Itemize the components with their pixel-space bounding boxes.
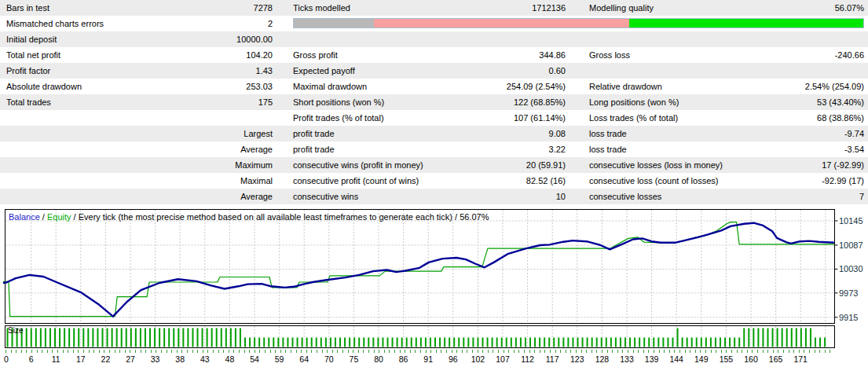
y-axis-label: 10030 xyxy=(839,264,868,273)
stat-value: 3.22 xyxy=(549,141,566,157)
stat-value: 9.08 xyxy=(549,126,566,141)
stat-pair-right: Long positions (won %)53 (43.40%) xyxy=(589,94,864,110)
x-axis-label: 171 xyxy=(793,354,808,364)
table-row: Bars in test7278Ticks modelled1712136Mod… xyxy=(0,0,868,16)
x-axis-label: 96 xyxy=(449,354,458,364)
table-row: Absolute drawdown253.03Maximal drawdown2… xyxy=(0,79,868,94)
stat-value: 104.20 xyxy=(174,47,273,63)
stat-pair-right: Relative drawdown2.54% (254.09) xyxy=(589,79,864,94)
stat-label: Relative drawdown xyxy=(589,79,662,94)
stat-value: 0.60 xyxy=(549,63,566,79)
spacer xyxy=(273,47,293,63)
stat-label xyxy=(0,157,174,173)
x-axis-label: 11 xyxy=(52,354,60,364)
stat-value: 1.43 xyxy=(174,63,273,79)
stat-label: Bars in test xyxy=(0,0,174,16)
y-axis-label: 9973 xyxy=(839,288,868,298)
x-axis: 0611172227333843485459647075808691961021… xyxy=(0,349,868,367)
x-axis-label: 48 xyxy=(225,354,235,364)
stat-pair-right: loss trade-3.54 xyxy=(589,141,864,157)
table-row: Averageconsecutive wins10consecutive los… xyxy=(0,189,868,204)
spacer xyxy=(566,110,589,126)
table-row: Maximumconsecutive wins (profit in money… xyxy=(0,157,868,173)
stat-label: consecutive profit (count of wins) xyxy=(293,173,419,189)
spacer xyxy=(566,157,589,173)
stat-label: consecutive wins xyxy=(293,189,358,204)
y-axis-label: 10145 xyxy=(839,216,868,226)
modelling-quality-bar xyxy=(293,18,864,28)
stat-label: Loss trades (% of total) xyxy=(589,110,678,126)
stat-pair-right xyxy=(589,31,864,47)
x-axis-label: 133 xyxy=(620,354,634,364)
equity-legend-label: Equity xyxy=(47,212,71,222)
stat-pair-mid: Maximal drawdown254.09 (2.54%) xyxy=(293,79,566,94)
x-axis-label: 91 xyxy=(423,354,433,364)
stat-pair-mid: consecutive wins (profit in money)20 (59… xyxy=(293,157,566,173)
x-axis-label: 165 xyxy=(769,354,783,364)
stat-label: consecutive loss (count of losses) xyxy=(589,173,718,189)
spacer xyxy=(566,79,589,94)
stat-value: Maximum xyxy=(174,157,273,173)
y-axis-label: 9915 xyxy=(839,313,868,322)
stat-pair-mid: Ticks modelled1712136 xyxy=(293,0,566,16)
spacer xyxy=(273,126,293,141)
size-panel-label: Size xyxy=(8,326,23,335)
spacer xyxy=(566,31,589,47)
stat-label: Maximal drawdown xyxy=(293,79,367,94)
stat-label xyxy=(0,110,174,126)
stat-label: Initial deposit xyxy=(0,31,174,47)
spacer xyxy=(566,173,589,189)
stat-value: Average xyxy=(174,141,273,157)
stat-label: Short positions (won %) xyxy=(293,94,384,110)
x-axis-label: 80 xyxy=(374,354,383,364)
stat-value: Largest xyxy=(174,126,273,141)
spacer xyxy=(566,63,589,79)
x-axis-label: 17 xyxy=(76,354,86,364)
x-axis-label: 0 xyxy=(4,354,9,364)
size-panel: Size xyxy=(0,325,868,349)
spacer xyxy=(273,157,293,173)
spacer xyxy=(273,189,293,204)
stat-value: -240.66 xyxy=(835,47,864,63)
stat-label: Absolute drawdown xyxy=(0,79,174,94)
stat-label: loss trade xyxy=(589,141,627,157)
x-axis-label: 43 xyxy=(200,354,210,364)
stat-label xyxy=(0,189,174,204)
quality-bar-segment-modelled xyxy=(629,19,863,28)
stat-value: -3.54 xyxy=(844,141,864,157)
table-row: Initial deposit10000.00 xyxy=(0,31,868,47)
x-axis-label: 59 xyxy=(275,354,284,364)
title-separator-2: / xyxy=(71,212,79,222)
stat-label: Gross profit xyxy=(293,47,338,63)
report-table: Bars in test7278Ticks modelled1712136Mod… xyxy=(0,0,868,204)
x-axis-label: 117 xyxy=(546,354,559,364)
stat-value: 2.54% (254.09) xyxy=(805,79,864,94)
spacer xyxy=(273,94,293,110)
x-axis-label: 27 xyxy=(126,354,135,364)
stat-value: 17 (-92.99) xyxy=(822,157,864,173)
balance-legend-label: Balance xyxy=(9,212,40,222)
spacer xyxy=(273,79,293,94)
y-axis-label: 10087 xyxy=(839,240,868,250)
stat-label: Expected payoff xyxy=(293,63,355,79)
stat-pair-mid: profit trade3.22 xyxy=(293,141,566,157)
stat-value: 10 xyxy=(556,189,566,204)
stat-label: Ticks modelled xyxy=(293,0,350,16)
stat-value: 254.09 (2.54%) xyxy=(507,79,566,94)
x-axis-label: 86 xyxy=(399,354,408,364)
x-axis-label: 155 xyxy=(720,354,734,364)
table-row: Profit trades (% of total)107 (61.14%)Lo… xyxy=(0,110,868,126)
stat-pair-mid: Gross profit344.86 xyxy=(293,47,566,63)
x-axis-label: 102 xyxy=(471,354,485,364)
spacer xyxy=(273,141,293,157)
chart-title: Balance / Equity / Every tick (the most … xyxy=(9,212,489,222)
stat-value: -9.74 xyxy=(844,126,864,141)
stat-label: Total trades xyxy=(0,94,174,110)
stat-label: Mismatched charts errors xyxy=(0,16,174,31)
table-row: Largestprofit trade9.08loss trade-9.74 xyxy=(0,126,868,141)
stat-label: Total net profit xyxy=(0,47,174,63)
stat-value: 1712136 xyxy=(532,0,566,16)
stat-label xyxy=(0,173,174,189)
spacer xyxy=(273,173,293,189)
spacer xyxy=(273,16,293,31)
